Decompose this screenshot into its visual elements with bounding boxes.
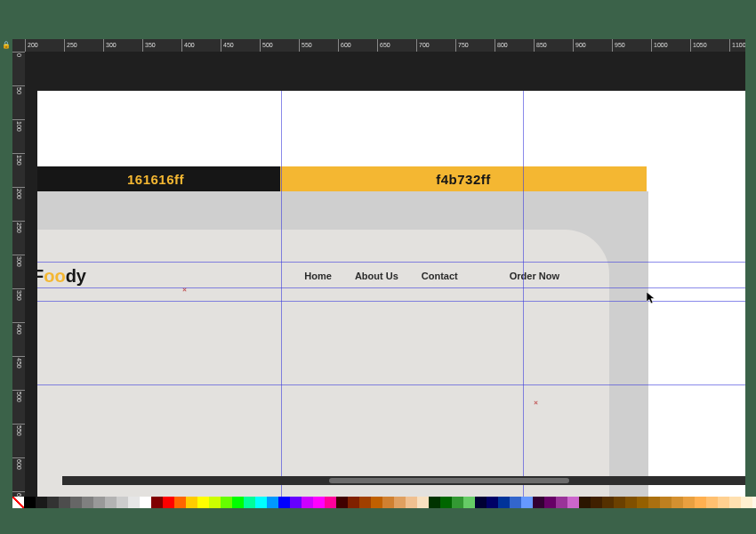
ruler-tick: 400 xyxy=(12,322,25,335)
palette-swatch[interactable] xyxy=(105,497,117,508)
palette-swatch[interactable] xyxy=(614,497,625,508)
ruler-tick: 0 xyxy=(12,52,25,57)
nav-contact[interactable]: Contact xyxy=(422,271,458,281)
palette-swatch[interactable] xyxy=(683,497,695,508)
palette-swatch[interactable] xyxy=(648,497,660,508)
palette-swatch[interactable] xyxy=(637,497,648,508)
palette-swatch[interactable] xyxy=(336,497,348,508)
ruler-tick: 450 xyxy=(12,356,25,368)
palette-swatch[interactable] xyxy=(140,497,151,508)
palette-swatch[interactable] xyxy=(579,497,591,508)
palette-swatch[interactable] xyxy=(117,497,128,508)
palette-swatch[interactable] xyxy=(59,497,70,508)
palette-swatch[interactable] xyxy=(672,497,683,508)
palette-swatch[interactable] xyxy=(128,497,140,508)
palette-swatch[interactable] xyxy=(93,497,105,508)
palette-swatch[interactable] xyxy=(267,497,278,508)
ruler-tick: 550 xyxy=(299,39,312,52)
guide-horizontal[interactable] xyxy=(37,301,745,302)
palette-swatch[interactable] xyxy=(371,497,382,508)
palette-swatch[interactable] xyxy=(348,497,359,508)
guide-vertical[interactable] xyxy=(281,91,282,497)
nav-order[interactable]: Order Now xyxy=(510,271,559,281)
palette-swatch[interactable] xyxy=(498,497,510,508)
swatch-dark[interactable]: 161616ff xyxy=(37,166,280,191)
palette-swatch[interactable] xyxy=(556,497,567,508)
palette-swatch[interactable] xyxy=(625,497,637,508)
palette-swatch[interactable] xyxy=(244,497,255,508)
palette-swatch[interactable] xyxy=(232,497,244,508)
vertical-ruler[interactable]: 050100150200250300350400450500550600650 xyxy=(12,39,25,497)
palette-swatch[interactable] xyxy=(660,497,672,508)
cursor-icon xyxy=(647,292,656,307)
palette-swatch[interactable] xyxy=(452,497,463,508)
palette-swatch[interactable] xyxy=(510,497,521,508)
palette-swatch[interactable] xyxy=(325,497,336,508)
palette-swatch[interactable] xyxy=(359,497,371,508)
palette-swatch[interactable] xyxy=(151,497,163,508)
color-palette[interactable] xyxy=(12,497,745,508)
palette-swatch[interactable] xyxy=(706,497,718,508)
guide-horizontal[interactable] xyxy=(37,287,745,288)
logo-suffix: dy xyxy=(66,266,86,286)
palette-swatch[interactable] xyxy=(382,497,394,508)
palette-swatch[interactable] xyxy=(186,497,197,508)
palette-swatch[interactable] xyxy=(302,497,313,508)
canvas[interactable]: 161616ff f4b732ff Foody Home About Us Co… xyxy=(37,91,745,497)
palette-swatch[interactable] xyxy=(718,497,729,508)
palette-swatch[interactable] xyxy=(487,497,498,508)
palette-swatch[interactable] xyxy=(591,497,602,508)
logo: Foody xyxy=(37,266,86,287)
scrollbar-thumb[interactable] xyxy=(329,478,569,483)
palette-swatch[interactable] xyxy=(752,497,756,508)
palette-swatch[interactable] xyxy=(24,497,36,508)
palette-swatch[interactable] xyxy=(221,497,232,508)
ruler-tick: 850 xyxy=(534,39,547,52)
palette-swatch[interactable] xyxy=(406,497,417,508)
swatch-yellow[interactable]: f4b732ff xyxy=(280,166,647,191)
palette-swatch[interactable] xyxy=(440,497,452,508)
palette-swatch[interactable] xyxy=(429,497,440,508)
palette-swatch[interactable] xyxy=(394,497,406,508)
palette-swatch[interactable] xyxy=(417,497,429,508)
swatch-none[interactable] xyxy=(12,497,24,508)
ruler-corner xyxy=(12,39,25,52)
guide-horizontal[interactable] xyxy=(37,262,745,263)
palette-swatch[interactable] xyxy=(567,497,579,508)
ruler-tick: 800 xyxy=(495,39,508,52)
palette-swatch[interactable] xyxy=(255,497,267,508)
ruler-tick: 550 xyxy=(12,424,25,436)
palette-swatch[interactable] xyxy=(174,497,186,508)
ruler-tick: 350 xyxy=(142,39,156,52)
palette-swatch[interactable] xyxy=(741,497,752,508)
palette-swatch[interactable] xyxy=(729,497,741,508)
nav-about[interactable]: About Us xyxy=(355,271,398,281)
palette-swatch[interactable] xyxy=(313,497,325,508)
palette-swatch[interactable] xyxy=(290,497,302,508)
palette-swatch[interactable] xyxy=(278,497,290,508)
palette-swatch[interactable] xyxy=(695,497,706,508)
guide-vertical[interactable] xyxy=(523,91,524,497)
nav-home[interactable]: Home xyxy=(304,271,332,281)
guide-horizontal[interactable] xyxy=(37,384,745,385)
palette-swatch[interactable] xyxy=(521,497,533,508)
palette-swatch[interactable] xyxy=(544,497,556,508)
palette-swatch[interactable] xyxy=(47,497,59,508)
ruler-tick: 50 xyxy=(12,85,25,94)
ruler-tick: 950 xyxy=(612,39,625,52)
palette-swatch[interactable] xyxy=(602,497,614,508)
palette-swatch[interactable] xyxy=(163,497,174,508)
ruler-tick: 650 xyxy=(377,39,390,52)
palette-swatch[interactable] xyxy=(475,497,487,508)
ruler-tick: 900 xyxy=(573,39,586,52)
palette-swatch[interactable] xyxy=(209,497,221,508)
palette-swatch[interactable] xyxy=(533,497,544,508)
palette-swatch[interactable] xyxy=(82,497,93,508)
horizontal-ruler[interactable]: 2002503003504004505005506006507007508008… xyxy=(12,39,745,52)
ruler-tick: 150 xyxy=(12,153,25,166)
horizontal-scrollbar[interactable] xyxy=(62,476,745,485)
palette-swatch[interactable] xyxy=(36,497,47,508)
palette-swatch[interactable] xyxy=(463,497,475,508)
palette-swatch[interactable] xyxy=(197,497,209,508)
palette-swatch[interactable] xyxy=(70,497,82,508)
